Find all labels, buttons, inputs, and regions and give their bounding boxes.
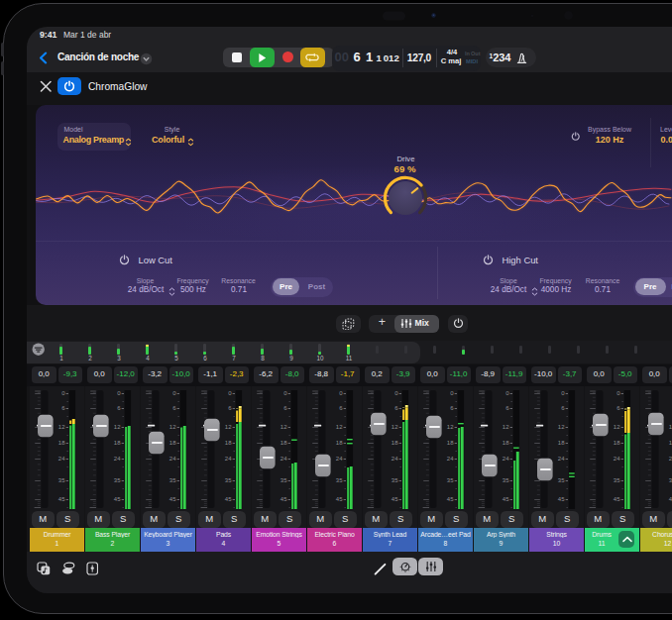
- svg-text:24: 24: [392, 456, 398, 462]
- svg-text:6: 6: [450, 405, 454, 411]
- svg-text:6: 6: [61, 405, 65, 411]
- svg-text:35: 35: [225, 477, 232, 483]
- svg-text:35: 35: [280, 477, 287, 483]
- svg-text:18: 18: [336, 440, 343, 446]
- svg-text:45: 45: [58, 496, 65, 502]
- svg-text:45: 45: [614, 496, 620, 502]
- svg-text:12: 12: [169, 424, 176, 430]
- svg-text:6: 6: [616, 405, 620, 411]
- svg-text:18: 18: [58, 440, 65, 446]
- svg-text:0: 0: [450, 390, 454, 396]
- svg-text:0: 0: [339, 390, 343, 396]
- svg-text:45: 45: [225, 496, 232, 502]
- svg-text:18: 18: [225, 440, 232, 446]
- svg-text:0: 0: [616, 390, 620, 396]
- svg-text:12: 12: [558, 424, 565, 430]
- svg-text:35: 35: [114, 477, 121, 483]
- svg-text:35: 35: [447, 477, 454, 483]
- svg-text:24: 24: [447, 456, 454, 462]
- svg-text:24: 24: [614, 456, 620, 462]
- svg-text:35: 35: [558, 477, 565, 483]
- svg-text:0: 0: [117, 390, 121, 396]
- svg-text:12: 12: [503, 424, 509, 430]
- svg-text:0: 0: [561, 390, 565, 396]
- svg-text:18: 18: [169, 440, 176, 446]
- svg-text:24: 24: [58, 456, 65, 462]
- svg-text:18: 18: [447, 440, 454, 446]
- svg-text:12: 12: [280, 424, 287, 430]
- svg-text:6: 6: [505, 405, 509, 411]
- svg-text:45: 45: [169, 496, 176, 502]
- svg-text:35: 35: [58, 477, 65, 483]
- svg-text:6: 6: [228, 405, 232, 411]
- svg-text:6: 6: [172, 405, 176, 411]
- svg-text:45: 45: [558, 496, 565, 502]
- svg-text:35: 35: [614, 477, 620, 483]
- svg-text:45: 45: [447, 496, 454, 502]
- svg-text:12: 12: [336, 424, 343, 430]
- svg-text:12: 12: [225, 424, 232, 430]
- svg-text:35: 35: [169, 477, 176, 483]
- svg-text:35: 35: [336, 477, 343, 483]
- svg-text:18: 18: [114, 440, 121, 446]
- svg-text:18: 18: [392, 440, 398, 446]
- svg-text:0: 0: [394, 390, 398, 396]
- svg-text:45: 45: [114, 496, 121, 502]
- svg-text:18: 18: [614, 440, 620, 446]
- svg-text:12: 12: [392, 424, 398, 430]
- svg-text:24: 24: [114, 456, 121, 462]
- svg-text:18: 18: [503, 440, 509, 446]
- svg-text:6: 6: [117, 405, 121, 411]
- svg-text:45: 45: [280, 496, 287, 502]
- svg-text:12: 12: [58, 424, 65, 430]
- svg-text:0: 0: [61, 390, 65, 396]
- svg-text:12: 12: [447, 424, 454, 430]
- svg-text:18: 18: [558, 440, 565, 446]
- svg-text:0: 0: [228, 390, 232, 396]
- svg-text:6: 6: [283, 405, 287, 411]
- svg-text:12: 12: [114, 424, 121, 430]
- svg-text:24: 24: [280, 456, 287, 462]
- svg-text:24: 24: [558, 456, 565, 462]
- svg-text:35: 35: [392, 477, 398, 483]
- svg-text:24: 24: [225, 456, 232, 462]
- svg-text:6: 6: [394, 405, 398, 411]
- svg-text:45: 45: [336, 496, 343, 502]
- svg-text:18: 18: [280, 440, 287, 446]
- svg-text:0: 0: [172, 390, 176, 396]
- svg-text:45: 45: [392, 496, 398, 502]
- svg-text:0: 0: [505, 390, 509, 396]
- svg-text:24: 24: [169, 456, 176, 462]
- svg-text:45: 45: [503, 496, 509, 502]
- svg-text:0: 0: [283, 390, 287, 396]
- svg-text:6: 6: [339, 405, 343, 411]
- svg-text:24: 24: [336, 456, 343, 462]
- svg-text:35: 35: [503, 477, 509, 483]
- svg-text:24: 24: [503, 456, 509, 462]
- svg-text:12: 12: [614, 424, 620, 430]
- svg-text:6: 6: [561, 405, 565, 411]
